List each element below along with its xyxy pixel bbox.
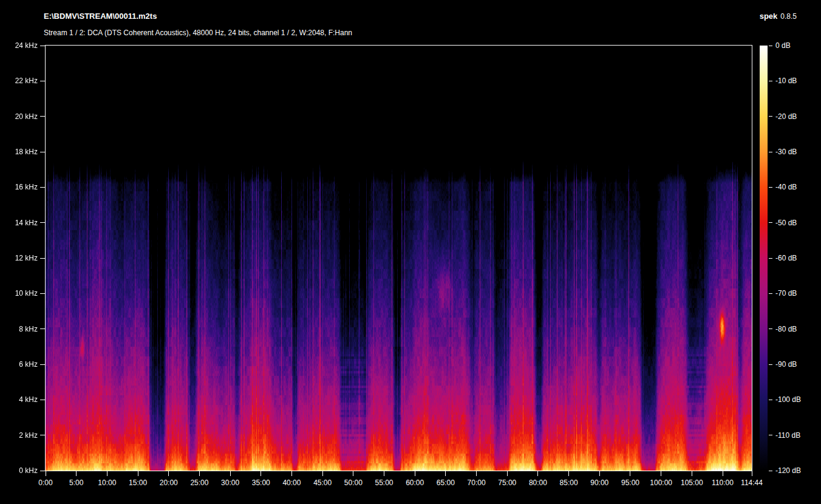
freq-tick [40, 329, 45, 329]
time-tick [46, 471, 46, 476]
db-tick [769, 329, 772, 329]
db-tick-label: -100 dB [775, 395, 801, 404]
time-tick [384, 471, 384, 476]
freq-tick [40, 116, 45, 117]
freq-tick-label: 24 kHz [0, 41, 38, 50]
time-tick [445, 471, 446, 476]
stream-info: Stream 1 / 2: DCA (DTS Coherent Acoustic… [44, 29, 352, 37]
db-tick [769, 435, 772, 435]
freq-tick [40, 258, 45, 259]
freq-tick-label: 20 kHz [0, 112, 38, 121]
db-tick [769, 471, 772, 471]
db-tick [769, 293, 772, 294]
time-tick [661, 471, 661, 476]
freq-tick [40, 81, 45, 81]
db-tick [769, 46, 772, 46]
spectrogram-canvas [46, 46, 752, 471]
time-tick [568, 471, 569, 476]
freq-tick [40, 471, 45, 471]
db-tick [769, 258, 772, 259]
spectrogram-plot [45, 45, 752, 471]
app-version-badge: spek 0.8.5 [760, 12, 797, 21]
freq-tick-label: 18 kHz [0, 148, 38, 156]
db-tick [769, 400, 772, 400]
freq-tick-label: 6 kHz [0, 360, 38, 369]
db-tick [769, 187, 772, 188]
freq-tick-label: 14 kHz [0, 219, 38, 227]
db-tick [769, 152, 772, 152]
time-tick [168, 471, 169, 476]
freq-tick-label: 0 kHz [0, 466, 38, 475]
freq-tick-label: 8 kHz [0, 325, 38, 333]
time-tick [291, 471, 292, 476]
db-tick-label: -10 dB [775, 77, 797, 85]
db-gradient-bar [760, 46, 768, 471]
time-tick [199, 471, 200, 476]
db-tick-label: -90 dB [775, 360, 797, 369]
app-version-number: 0.8.5 [780, 12, 797, 21]
freq-tick [40, 364, 45, 365]
db-tick-label: -30 dB [775, 148, 797, 156]
time-tick [692, 471, 692, 476]
time-tick [630, 471, 630, 476]
db-tick [769, 81, 772, 81]
time-tick [230, 471, 231, 476]
freq-tick [40, 293, 45, 294]
freq-tick [40, 46, 45, 46]
time-tick [107, 471, 107, 476]
time-tick [138, 471, 138, 476]
freq-tick-label: 12 kHz [0, 254, 38, 262]
db-tick-label: -60 dB [775, 254, 797, 262]
db-tick-label: -40 dB [775, 183, 797, 191]
time-tick [476, 471, 477, 476]
time-tick [415, 471, 415, 476]
time-tick [507, 471, 508, 476]
time-tick [261, 471, 261, 476]
time-tick [599, 471, 600, 476]
db-tick-label: -80 dB [775, 325, 797, 333]
time-tick [76, 471, 77, 476]
time-tick [353, 471, 353, 476]
freq-tick [40, 435, 45, 435]
freq-tick [40, 400, 45, 400]
db-tick [769, 364, 772, 365]
freq-tick-label: 16 kHz [0, 183, 38, 191]
freq-tick [40, 187, 45, 188]
time-tick-label: 114:44 [734, 478, 770, 487]
db-tick-label: -20 dB [775, 112, 797, 121]
db-tick-label: 0 dB [775, 41, 791, 50]
db-tick [769, 222, 772, 223]
app-name: spek [760, 12, 778, 21]
freq-tick [40, 222, 45, 223]
freq-tick-label: 22 kHz [0, 77, 38, 85]
time-tick [723, 471, 723, 476]
freq-tick-label: 2 kHz [0, 431, 38, 440]
db-tick-label: -50 dB [775, 219, 797, 227]
db-tick-label: -120 dB [775, 466, 801, 475]
db-tick-label: -110 dB [775, 431, 800, 440]
freq-tick-label: 4 kHz [0, 395, 38, 404]
time-tick [537, 471, 538, 476]
db-tick [769, 116, 772, 117]
time-tick [752, 471, 752, 476]
time-tick [322, 471, 323, 476]
freq-tick [40, 152, 45, 152]
file-path-title: E:\BDMV\STREAM\00011.m2ts [44, 12, 157, 21]
db-tick-label: -70 dB [775, 289, 797, 298]
freq-tick-label: 10 kHz [0, 289, 38, 298]
